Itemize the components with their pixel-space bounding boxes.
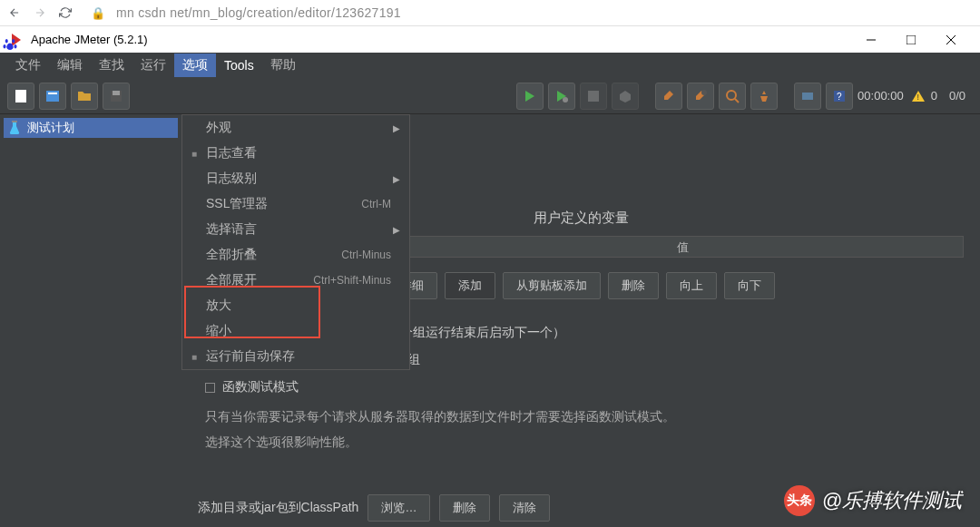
dd-zoom-in[interactable]: 放大 [182,293,409,318]
dd-language[interactable]: 选择语言▶ [182,217,409,242]
thread-count: 0/0 [949,89,965,102]
help-button[interactable]: ? [826,83,853,110]
warning-icon: ! [912,91,925,102]
svg-rect-15 [802,93,813,100]
dd-log-viewer[interactable]: ■日志查看 [182,141,409,166]
watermark-logo: 头条 [784,485,815,516]
add-button[interactable]: 添加 [445,272,495,299]
watermark-text: @乐搏软件测试 [822,487,962,514]
clear-button[interactable] [655,83,682,110]
cp-delete-button[interactable]: 删除 [439,494,490,522]
svg-rect-6 [48,93,57,94]
svg-text:!: ! [916,93,919,102]
note-text-1: 只有当你需要记录每个请求从服务器取得的数据到文件时才需要选择函数测试模式。 [205,406,964,426]
back-button[interactable] [7,5,22,20]
tree-root[interactable]: 测试计划 [4,118,178,138]
url-text: mn csdn net/mn_blog/creation/editor/1236… [116,5,401,20]
note-text-2: 选择这个选项很影响性能。 [205,432,964,452]
stop-button[interactable] [580,83,607,110]
svg-point-12 [701,90,707,95]
reload-button[interactable] [58,5,73,20]
open-button[interactable] [71,83,98,110]
window-title: Apache JMeter (5.2.1) [31,33,851,46]
dd-save-before-run[interactable]: ■运行前自动保存 [182,344,409,369]
dd-ssl-manager[interactable]: SSL管理器Ctrl-M [182,191,409,217]
window-titlebar: Apache JMeter (5.2.1) [0,25,980,53]
menu-options[interactable]: 选项 [174,54,216,77]
browse-button[interactable]: 浏览… [368,494,430,522]
tree-root-label: 测试计划 [27,120,74,136]
menu-search[interactable]: 查找 [91,54,132,77]
menu-run[interactable]: 运行 [132,54,174,77]
svg-rect-8 [113,91,120,95]
up-button[interactable]: 向上 [666,272,717,299]
dd-appearance[interactable]: 外观▶ [182,115,409,141]
checkbox-icon [205,383,215,393]
options-dropdown: 外观▶ ■日志查看 日志级别▶ SSL管理器Ctrl-M 选择语言▶ 全部折叠C… [181,114,410,370]
svg-rect-1 [906,35,916,44]
function-helper-button[interactable] [794,83,821,110]
dd-zoom-out[interactable]: 缩小 [182,318,409,344]
menu-tools[interactable]: Tools [216,54,262,76]
flask-icon [7,121,22,135]
lock-icon: 🔒 [91,6,105,20]
start-noTimers-button[interactable] [548,83,575,110]
menu-edit[interactable]: 编辑 [49,54,91,77]
timer: 00:00:00 [858,89,904,102]
toolbar: ? 00:00:00 ! 0 0/0 [0,78,980,114]
clear-all-button[interactable] [687,83,714,110]
col-value: 值 [403,237,963,257]
search-button[interactable] [719,83,746,110]
main-area: 测试计划 外观▶ ■日志查看 日志级别▶ SSL管理器Ctrl-M 选择语言▶ … [0,114,980,527]
reset-search-button[interactable] [750,83,778,110]
menu-help[interactable]: 帮助 [262,54,304,77]
opt-functest[interactable]: 函数测试模式 [205,379,964,395]
watermark: 头条 @乐搏软件测试 [784,485,962,516]
templates-button[interactable] [39,83,66,110]
svg-line-14 [735,99,739,102]
svg-text:?: ? [837,92,842,102]
close-button[interactable] [931,27,971,53]
dd-log-level[interactable]: 日志级别▶ [182,166,409,191]
svg-rect-4 [15,90,26,102]
dd-collapse-all[interactable]: 全部折叠Ctrl-Minus [182,242,409,268]
down-button[interactable]: 向下 [724,272,775,299]
menubar: 文件 编辑 查找 运行 选项 Tools 帮助 [0,53,980,78]
classpath-label: 添加目录或jar包到ClassPath [198,500,358,516]
browser-bar: 🔒 mn csdn net/mn_blog/creation/editor/12… [0,0,980,25]
save-button[interactable] [103,83,130,110]
svg-marker-11 [620,91,631,102]
maximize-button[interactable] [891,27,931,53]
clipboard-add-button[interactable]: 从剪贴板添加 [503,272,601,299]
svg-point-13 [727,91,736,100]
warn-count: 0 [931,89,937,102]
svg-rect-10 [588,91,599,102]
sidebar: 测试计划 [0,114,181,527]
svg-rect-5 [46,91,59,102]
baidu-paw-icon [2,36,18,53]
shutdown-button[interactable] [612,83,639,110]
new-button[interactable] [7,83,34,110]
start-button[interactable] [516,83,544,110]
delete-button[interactable]: 删除 [608,272,659,299]
dd-expand-all[interactable]: 全部展开Ctrl+Shift-Minus [182,268,409,293]
cp-clear-button[interactable]: 清除 [499,494,550,522]
svg-rect-19 [12,121,17,122]
menu-file[interactable]: 文件 [7,54,49,77]
svg-point-9 [563,97,568,102]
forward-button[interactable] [33,5,47,20]
minimize-button[interactable] [851,27,891,53]
